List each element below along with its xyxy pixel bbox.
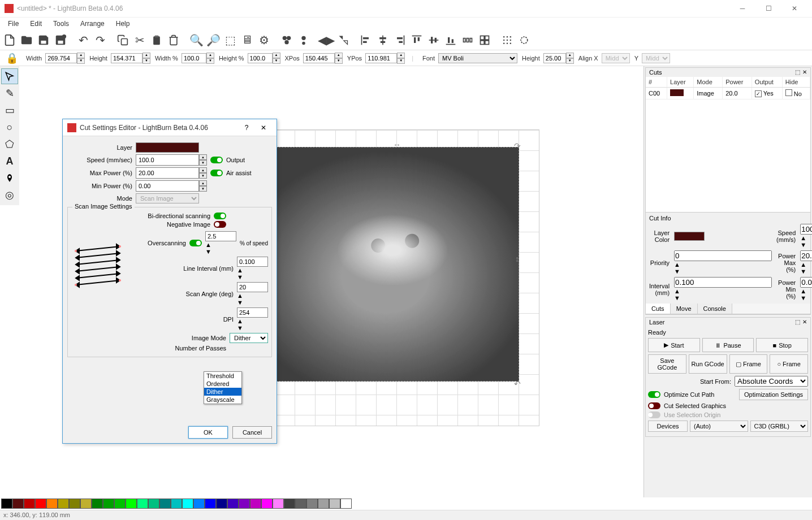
dlg-output-toggle[interactable] [210, 157, 223, 163]
cut-selected-toggle[interactable] [648, 402, 660, 409]
align-bottom-icon[interactable] [443, 33, 458, 47]
palette-swatch-8[interactable] [92, 499, 103, 509]
align-center-icon[interactable] [375, 33, 390, 47]
panel-close-icon[interactable]: ✕ [802, 69, 807, 76]
save-gcode-button[interactable]: Save GCode [648, 354, 686, 374]
palette-swatch-16[interactable] [182, 499, 193, 509]
palette-swatch-1[interactable] [12, 499, 24, 509]
skew-handle-r[interactable]: ↕ [515, 254, 522, 261]
palette-swatch-28[interactable] [318, 499, 329, 509]
menu-file[interactable]: File [2, 19, 24, 29]
col-id[interactable]: # [646, 77, 667, 88]
col-output[interactable]: Output [751, 77, 782, 88]
menu-edit[interactable]: Edit [24, 19, 47, 29]
dlg-minpower-input[interactable] [136, 180, 199, 192]
start-button[interactable]: ▶ Start [648, 338, 700, 352]
undo-icon[interactable]: ↶ [76, 33, 90, 47]
panel-undock-icon[interactable]: ⬚ [795, 69, 800, 76]
close-button[interactable]: ✕ [781, 0, 807, 17]
palette-swatch-3[interactable] [35, 499, 46, 509]
copy-icon[interactable] [115, 33, 130, 47]
speed-input[interactable] [800, 224, 812, 235]
maximize-button[interactable]: ☐ [755, 0, 781, 17]
polygon-tool[interactable]: ⬠ [1, 136, 18, 152]
palette-swatch-18[interactable] [205, 499, 216, 509]
ungroup-icon[interactable] [296, 33, 311, 47]
palette-swatch-2[interactable] [24, 499, 35, 509]
option-dither[interactable]: Dither [204, 388, 241, 396]
zoom-frame-icon[interactable]: ⬚ [223, 33, 237, 47]
palette-swatch-12[interactable] [137, 499, 148, 509]
layer-color-chip[interactable] [674, 232, 705, 241]
dlg-airassist-toggle[interactable] [210, 170, 223, 176]
frame2-button[interactable]: ○ Frame [770, 354, 808, 374]
palette-swatch-19[interactable] [216, 499, 227, 509]
dlg-layer-chip[interactable] [136, 142, 199, 153]
menu-tools[interactable]: Tools [47, 19, 75, 29]
arrange-icon[interactable] [477, 33, 492, 47]
redo-icon[interactable]: ↷ [93, 33, 107, 47]
palette-swatch-29[interactable] [329, 499, 340, 509]
opt-settings-button[interactable]: Optimization Settings [739, 389, 808, 400]
dlg-maxpower-input[interactable] [136, 167, 199, 179]
palette-swatch-17[interactable] [193, 499, 205, 509]
tab-move[interactable]: Move [671, 304, 698, 314]
run-gcode-button[interactable]: Run GCode [689, 354, 727, 374]
new-icon[interactable] [2, 33, 17, 47]
palette-swatch-14[interactable] [159, 499, 171, 509]
widthp-input[interactable] [182, 53, 206, 63]
hide-checkbox[interactable] [785, 89, 792, 96]
cancel-button[interactable]: Cancel [232, 426, 272, 439]
palette-swatch-10[interactable] [114, 499, 126, 509]
start-from-select[interactable]: Absolute Coords [735, 376, 808, 387]
palette-swatch-5[interactable] [58, 499, 69, 509]
text-tool[interactable]: A [1, 153, 18, 169]
priority-input[interactable] [674, 250, 772, 261]
ypos-input[interactable] [365, 53, 397, 63]
image-mode-select[interactable]: Dither [230, 333, 268, 343]
menu-arrange[interactable]: Arrange [75, 19, 110, 29]
palette-swatch-30[interactable] [340, 499, 352, 509]
paste-icon[interactable] [149, 33, 164, 47]
grid-dots-icon[interactable] [500, 33, 515, 47]
palette-swatch-26[interactable] [295, 499, 306, 509]
palette-swatch-9[interactable] [103, 499, 114, 509]
col-power[interactable]: Power [723, 77, 752, 88]
table-row[interactable]: C00 Image 20.0 ✓ Yes No [646, 88, 810, 99]
select-tool[interactable] [1, 68, 18, 84]
stop-button[interactable]: ■ Stop [756, 338, 808, 352]
device-select[interactable]: (Auto) [690, 421, 748, 432]
output-checkbox[interactable]: ✓ [755, 90, 762, 97]
palette-swatch-23[interactable] [261, 499, 273, 509]
overscan-toggle[interactable] [189, 240, 202, 246]
bidi-toggle[interactable] [214, 213, 226, 219]
palette-swatch-24[interactable] [273, 499, 284, 509]
zoom-in-icon[interactable]: 🔍 [189, 33, 204, 47]
col-hide[interactable]: Hide [782, 77, 810, 88]
fontheight-input[interactable] [543, 53, 566, 63]
palette-swatch-21[interactable] [239, 499, 250, 509]
group-icon[interactable] [279, 33, 294, 47]
palette-swatch-22[interactable] [250, 499, 261, 509]
palette-swatch-20[interactable] [227, 499, 239, 509]
cut-icon[interactable]: ✂ [132, 33, 147, 47]
flip-v-icon[interactable] [336, 33, 351, 47]
palette-swatch-13[interactable] [148, 499, 159, 509]
palette-swatch-4[interactable] [46, 499, 58, 509]
dlg-mode-select[interactable]: Scan Image [136, 193, 199, 203]
heightp-input[interactable] [248, 53, 273, 63]
palette-swatch-27[interactable] [306, 499, 318, 509]
ok-button[interactable]: OK [188, 426, 228, 439]
devices-button[interactable]: Devices [648, 421, 688, 432]
optimize-toggle[interactable] [648, 391, 660, 398]
zoom-out-icon[interactable]: 🔎 [206, 33, 221, 47]
rectangle-tool[interactable]: ▭ [1, 102, 18, 118]
height-input[interactable] [111, 53, 142, 63]
palette-swatch-7[interactable] [80, 499, 92, 509]
panel-undock-icon[interactable]: ⬚ [795, 319, 800, 326]
palette-swatch-0[interactable] [1, 499, 12, 509]
rotate-handle-br[interactable]: ↶ [514, 379, 521, 386]
controller-select[interactable]: C3D (GRBL) [750, 421, 809, 432]
negative-toggle[interactable] [214, 221, 226, 228]
save-as-icon[interactable] [53, 33, 68, 47]
